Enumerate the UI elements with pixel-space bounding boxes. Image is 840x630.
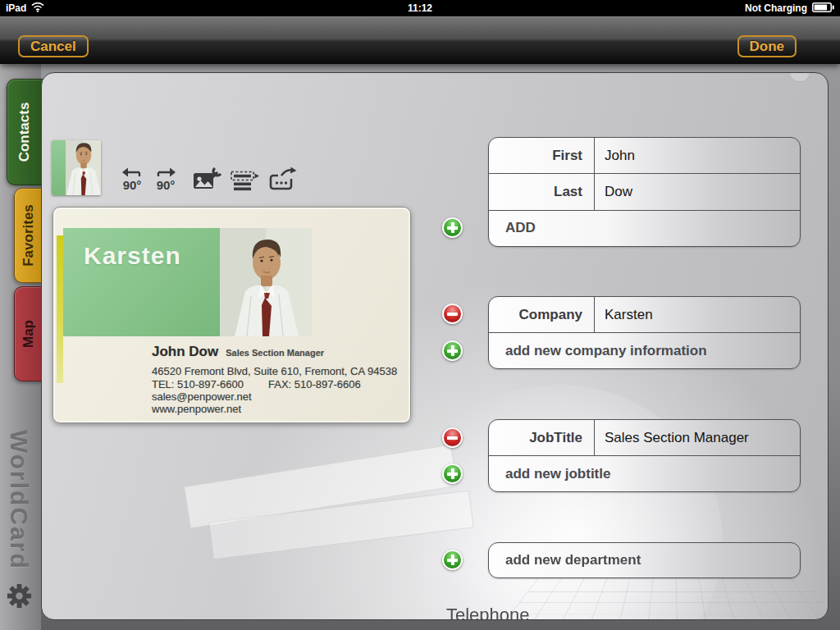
cancel-button[interactable]: Cancel <box>18 35 89 57</box>
department-group: add new department <box>488 542 801 578</box>
card-website: www.penpower.net <box>152 403 241 415</box>
first-name-label: First <box>489 138 595 173</box>
card-yellow-stripe <box>57 235 63 383</box>
add-company-button[interactable] <box>442 340 463 361</box>
app-screen: iPad 11:12 Not Charging Cancel Done Cont… <box>0 0 840 630</box>
settings-gear-icon[interactable] <box>7 582 32 613</box>
sidebar-tab-favorites[interactable]: Favorites <box>14 188 43 283</box>
card-phone-line: TEL: 510-897-6600FAX: 510-897-6606 <box>152 378 361 390</box>
portrait-image <box>66 140 101 195</box>
export-button[interactable] <box>267 165 298 196</box>
card-fax: FAX: 510-897-6606 <box>268 378 361 390</box>
select-fields-button[interactable] <box>228 165 259 196</box>
clock: 11:12 <box>0 2 840 14</box>
done-button[interactable]: Done <box>737 35 797 57</box>
jobtitle-group: JobTitle Sales Section Manager add new j… <box>488 419 801 492</box>
card-person-title: Sales Section Manager <box>226 348 324 358</box>
svg-text:90°: 90° <box>123 178 142 192</box>
card-portrait <box>220 228 312 336</box>
add-name-row[interactable]: ADD <box>489 211 800 246</box>
card-company-block: Karsten <box>63 228 220 336</box>
contact-photo-thumbnail[interactable] <box>52 140 101 195</box>
photo-edit-button[interactable] <box>191 165 222 196</box>
select-fields-icon <box>228 167 259 194</box>
add-department-button[interactable] <box>442 550 463 570</box>
sidebar-tab-map[interactable]: Map <box>14 286 43 381</box>
grid-watermark <box>500 573 829 620</box>
sidebar-tab-contacts[interactable]: Contacts <box>7 79 43 185</box>
card-address: 46520 Fremont Blvd, Suite 610, Fremont, … <box>152 365 397 377</box>
rotate-right-button[interactable]: 90° <box>152 165 183 196</box>
panel-notch <box>790 73 810 82</box>
content-panel: 90° 90° <box>41 72 829 620</box>
nav-toolbar: Cancel Done <box>0 16 840 64</box>
last-name-value[interactable]: Dow <box>595 174 800 209</box>
svg-text:90°: 90° <box>157 178 176 192</box>
remove-company-button[interactable] <box>442 304 463 324</box>
rotate-left-90-icon: 90° <box>115 167 146 194</box>
card-company-name: Karsten <box>63 228 220 270</box>
first-name-row: First John <box>489 138 800 173</box>
company-label: Company <box>489 297 595 332</box>
jobtitle-value[interactable]: Sales Section Manager <box>595 420 800 455</box>
tab-favorites-label: Favorites <box>21 204 37 267</box>
worldcard-watermark: WorldCard <box>5 430 33 570</box>
export-icon <box>267 167 298 194</box>
rotate-right-90-icon: 90° <box>152 167 183 194</box>
status-bar: iPad 11:12 Not Charging <box>0 0 840 16</box>
last-name-row: Last Dow <box>489 173 800 209</box>
add-name-field-button[interactable] <box>442 217 463 238</box>
name-fields-group: First John Last Dow ADD <box>488 137 801 247</box>
rotate-left-button[interactable]: 90° <box>115 165 146 196</box>
company-value[interactable]: Karsten <box>595 297 800 332</box>
last-name-label: Last <box>489 174 595 209</box>
tab-contacts-label: Contacts <box>17 103 34 162</box>
first-name-value[interactable]: John <box>595 138 800 173</box>
jobtitle-row: JobTitle Sales Section Manager <box>489 420 800 455</box>
add-jobtitle-button[interactable] <box>442 463 463 484</box>
jobtitle-label: JobTitle <box>489 420 595 455</box>
thumbnail-green-stripe <box>52 140 66 195</box>
company-row: Company Karsten <box>489 297 800 332</box>
remove-jobtitle-button[interactable] <box>442 427 463 448</box>
add-company-row[interactable]: add new company information <box>489 333 800 368</box>
tab-map-label: Map <box>21 320 37 348</box>
photo-edit-icon <box>191 167 222 194</box>
business-card-image[interactable]: Karsten <box>52 207 411 423</box>
company-group: Company Karsten add new company informat… <box>488 296 801 369</box>
add-jobtitle-row[interactable]: add new jobtitle <box>489 456 800 491</box>
card-person-name: John DowSales Section Manager <box>152 344 324 360</box>
telephone-section-header: Telephone <box>446 605 530 620</box>
card-email: sales@penpower.net <box>152 390 252 403</box>
card-tel: TEL: 510-897-6600 <box>152 378 244 390</box>
add-department-row[interactable]: add new department <box>489 543 800 578</box>
